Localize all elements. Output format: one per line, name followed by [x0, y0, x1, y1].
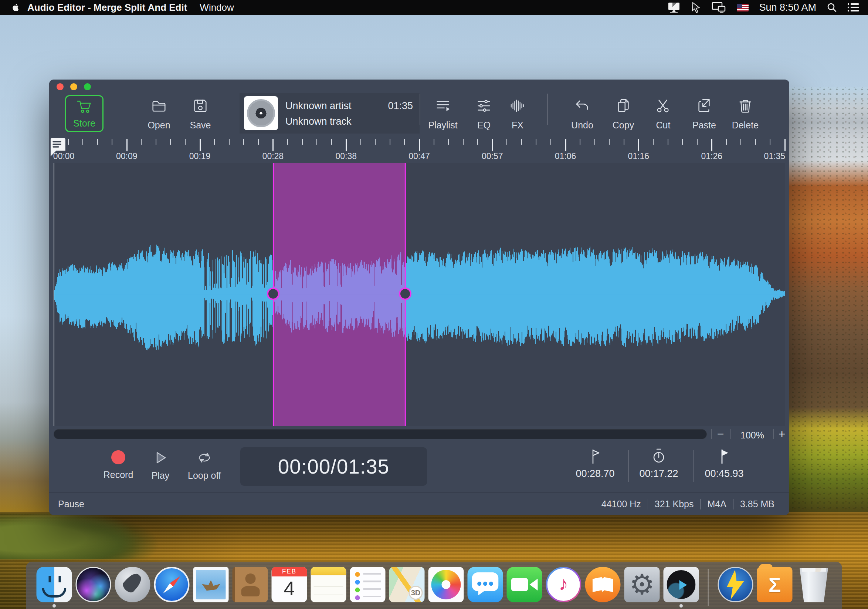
- dock-item-sigma-folder[interactable]: Σ: [757, 567, 793, 607]
- fx-button[interactable]: FX: [501, 96, 534, 132]
- ibooks-icon: [585, 567, 621, 602]
- dock-item-mail[interactable]: [193, 567, 229, 607]
- ruler-tick: [668, 139, 668, 144]
- zoom-in-button[interactable]: +: [775, 428, 789, 440]
- dock-item-itunes[interactable]: ♪: [546, 567, 581, 607]
- dock-item-safari[interactable]: [154, 567, 190, 607]
- us-flag-icon[interactable]: [737, 4, 749, 11]
- eq-label: EQ: [477, 120, 491, 130]
- dock-item-notes[interactable]: [311, 567, 346, 607]
- running-indicator: [53, 604, 56, 607]
- copy-button[interactable]: Copy: [607, 96, 640, 132]
- waveform-canvas[interactable]: [54, 163, 785, 426]
- ruler-tick: [492, 139, 493, 151]
- siri-icon: [76, 567, 111, 602]
- ruler-tick: [755, 139, 756, 144]
- cursor-icon[interactable]: [691, 2, 701, 13]
- track-info-panel: Unknown artist Unknown track 01:35: [240, 93, 420, 134]
- ruler-label: 01:35: [764, 151, 786, 161]
- notification-center-icon[interactable]: [847, 3, 859, 12]
- cut-button[interactable]: Cut: [646, 96, 680, 132]
- dock-item-launchpad[interactable]: [115, 567, 150, 607]
- audio-editor-icon: [663, 567, 699, 602]
- copy-label: Copy: [612, 120, 634, 130]
- play-button[interactable]: Play: [138, 450, 183, 481]
- display-mirroring-icon[interactable]: [667, 2, 680, 13]
- ruler-tick: [200, 139, 201, 151]
- ruler-tick: [521, 139, 522, 144]
- ruler-tick: [770, 139, 770, 144]
- trash-icon: [796, 567, 832, 602]
- dual-displays-icon[interactable]: [711, 2, 726, 13]
- dock-item-photos[interactable]: [428, 567, 464, 607]
- ruler-tick: [448, 139, 449, 144]
- save-floppy-icon: [192, 97, 209, 114]
- dock-item-trash[interactable]: [796, 567, 832, 607]
- ruler-tick: [697, 139, 698, 144]
- paste-button[interactable]: Paste: [688, 96, 721, 132]
- playlist-button[interactable]: Playlist: [423, 96, 463, 132]
- undo-button[interactable]: Undo: [566, 96, 599, 132]
- selection-end-time: 00:45.93: [705, 468, 743, 480]
- undo-icon: [574, 97, 591, 114]
- ruler-tick: [112, 139, 112, 144]
- bitrate: 321 Kbps: [648, 499, 701, 510]
- maps-icon: 3D: [389, 567, 425, 602]
- ruler-tick: [258, 139, 259, 144]
- selection-handle-right[interactable]: [399, 287, 411, 300]
- store-label: Store: [73, 118, 95, 129]
- ruler-tick: [126, 139, 127, 151]
- time-display: 00:00/01:35: [240, 447, 427, 486]
- ruler-tick: [331, 139, 332, 144]
- zoom-out-button[interactable]: −: [713, 428, 728, 440]
- loop-button[interactable]: Loop off: [182, 450, 226, 481]
- dock-item-calendar[interactable]: FEB4: [272, 567, 307, 607]
- zoom-scrollbar[interactable]: [54, 429, 707, 439]
- menu-window[interactable]: Window: [200, 2, 234, 13]
- waveform-area[interactable]: [54, 163, 785, 426]
- search-icon[interactable]: [826, 2, 837, 12]
- dock-item-facetime[interactable]: [507, 567, 542, 607]
- record-button[interactable]: Record: [96, 450, 141, 480]
- playback-state: Pause: [58, 499, 84, 510]
- format: M4A: [700, 499, 733, 510]
- ruler-tick: [390, 139, 391, 144]
- facetime-icon: [507, 567, 542, 602]
- delete-button[interactable]: Delete: [728, 96, 762, 132]
- fx-label: FX: [512, 120, 524, 130]
- paste-label: Paste: [693, 120, 716, 130]
- dock-item-audio-editor[interactable]: [663, 567, 699, 607]
- app-menu-title[interactable]: Audio Editor - Merge Split And Edit: [27, 2, 187, 13]
- dock-item-messages[interactable]: [468, 567, 503, 607]
- dock-item-contacts[interactable]: [232, 567, 268, 607]
- playhead-marker[interactable]: [50, 138, 66, 159]
- dock-item-reminders[interactable]: [350, 567, 386, 607]
- apple-menu-icon[interactable]: [10, 2, 19, 12]
- transport-bar: Record Play Loop off 00:00/01:35: [49, 442, 789, 492]
- open-button[interactable]: Open: [144, 96, 174, 132]
- selection-region[interactable]: [273, 163, 405, 426]
- track-duration: 01:35: [388, 100, 413, 112]
- dock-item-lightning-app[interactable]: [718, 567, 753, 607]
- dock-item-finder[interactable]: [37, 567, 72, 607]
- open-label: Open: [147, 120, 170, 130]
- ruler-tick: [784, 139, 786, 151]
- ruler-tick: [302, 139, 303, 144]
- eq-button[interactable]: EQ: [467, 96, 501, 132]
- ruler-tick: [229, 139, 229, 144]
- dock-item-maps[interactable]: 3D: [389, 567, 425, 607]
- timeline-ruler[interactable]: 00:0000:0900:1900:2800:3800:4700:5701:06…: [54, 139, 785, 163]
- ruler-tick: [419, 139, 420, 151]
- record-label: Record: [104, 469, 133, 480]
- ruler-tick: [580, 139, 580, 144]
- dock-item-siri[interactable]: [76, 567, 111, 607]
- menu-clock[interactable]: Sun 8:50 AM: [759, 2, 816, 13]
- ruler-tick: [141, 139, 142, 144]
- itunes-icon: ♪: [546, 567, 581, 602]
- dock-item-ibooks[interactable]: [585, 567, 621, 607]
- store-button[interactable]: Store: [65, 95, 104, 132]
- ruler-tick: [68, 139, 69, 144]
- save-button[interactable]: Save: [186, 96, 215, 132]
- dock-item-system-preferences[interactable]: ⚙: [625, 567, 660, 607]
- menu-bar: Audio Editor - Merge Split And Edit Wind…: [0, 0, 868, 15]
